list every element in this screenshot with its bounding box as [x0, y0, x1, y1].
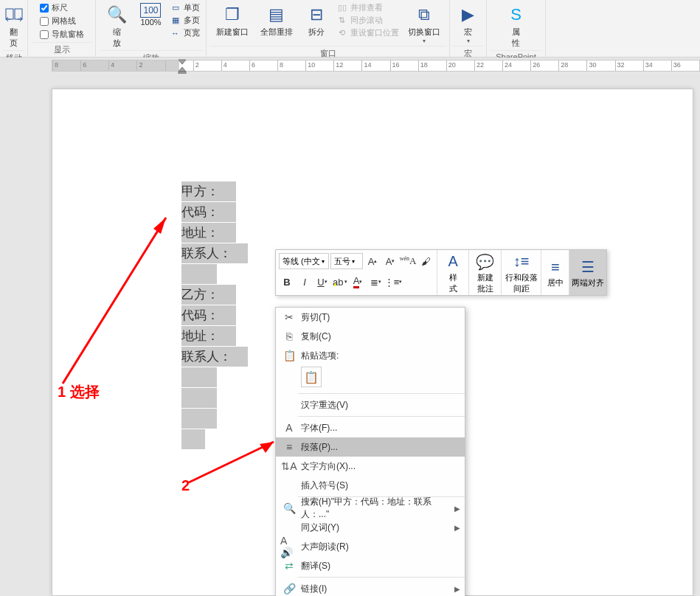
sharepoint-icon: S	[505, 3, 528, 27]
page-width-icon: ↔	[170, 28, 181, 38]
center-align-button[interactable]: ≡ 居中	[541, 250, 569, 295]
reset-window-button: ⟲重设窗口位置	[336, 27, 401, 39]
menu-separator	[298, 393, 465, 394]
line-spacing-button[interactable]: ↕≡ 行和段落 间距	[501, 250, 541, 295]
text-direction-icon: ⇅A	[280, 460, 298, 472]
copy-label: 复制(C)	[298, 330, 460, 343]
font-family-select[interactable]: 等线 (中文▾	[279, 253, 329, 269]
link-label: 链接(I)	[298, 583, 454, 595]
page-width-button[interactable]: ↔页宽	[169, 27, 201, 39]
properties-button[interactable]: S 属 性	[500, 1, 533, 50]
selected-text[interactable]: 代码：	[181, 305, 236, 325]
justify-icon: ☰	[581, 257, 595, 277]
selected-text[interactable]	[181, 367, 217, 387]
switch-windows-button[interactable]: ⧉ 切换窗口 ▾	[403, 1, 445, 46]
paragraph-menu-item[interactable]: ≡ 段落(P)...	[276, 437, 465, 457]
phonetic-guide-button[interactable]: wénA	[400, 253, 416, 269]
new-comment-button[interactable]: 💬 新建 批注	[468, 250, 500, 295]
read-aloud-menu-item[interactable]: A🔊 大声朗读(R)	[276, 537, 465, 556]
flip-page-button[interactable]: 翻 页	[0, 1, 30, 50]
new-window-icon: ❐	[221, 3, 244, 27]
reset-window-icon: ⟲	[337, 28, 347, 38]
synonyms-label: 同义词(Y)	[298, 522, 454, 534]
mini-toolbar: 等线 (中文▾ 五号▾ A▴ A▾ wénA 🖌 B I U▾ ab▾ A▾ ≣…	[275, 249, 607, 296]
selected-text[interactable]: 地址：	[181, 326, 236, 346]
selected-text[interactable]: 乙方：	[181, 285, 236, 305]
macro-label: 宏	[464, 27, 472, 38]
indent-marker-icon[interactable]	[178, 58, 187, 74]
new-comment-label: 新建 批注	[477, 272, 493, 294]
bold-button[interactable]: B	[279, 274, 295, 290]
navpane-checkbox[interactable]: 导航窗格	[38, 28, 86, 41]
zoom-100-button[interactable]: 100 100%	[136, 1, 165, 28]
menu-separator	[298, 577, 465, 578]
insert-symbol-menu-item[interactable]: 插入符号(S)	[276, 476, 465, 495]
macro-button[interactable]: ▶ 宏 ▾	[452, 1, 485, 46]
sync-scroll-icon: ⇅	[337, 15, 347, 26]
properties-label: 属 性	[512, 27, 520, 49]
ruler-checkbox[interactable]: 标尺	[38, 1, 86, 14]
bullets-button[interactable]: ≣▾	[367, 274, 384, 290]
cut-menu-item[interactable]: ✂ 剪切(T)	[276, 308, 465, 327]
selected-text[interactable]: 联系人：	[181, 243, 248, 263]
synonyms-menu-item[interactable]: 同义词(Y) ▶	[276, 518, 465, 537]
single-page-button[interactable]: ▭单页	[169, 1, 201, 14]
cut-icon: ✂	[280, 311, 298, 323]
comment-icon: 💬	[476, 252, 494, 272]
document-content: 甲方： 代码： 地址： 联系人： 乙方： 代码： 地址： 联系人：	[181, 181, 248, 450]
font-icon: A	[280, 422, 298, 434]
context-menu: ✂ 剪切(T) ⎘ 复制(C) 📋 粘贴选项: 📋 汉字重选(V) A 字体(F…	[275, 307, 465, 596]
link-menu-item[interactable]: 🔗 链接(I) ▶	[276, 579, 465, 596]
text-direction-label: 文字方向(X)...	[298, 460, 460, 473]
ribbon-group-macro: ▶ 宏 ▾ 宏	[450, 0, 487, 57]
numbering-button[interactable]: ⋮≡▾	[385, 274, 401, 290]
hanzi-reselect-label: 汉字重选(V)	[298, 399, 460, 412]
selected-text[interactable]	[181, 388, 217, 408]
group-label-show: 显示	[31, 42, 92, 57]
arrange-all-button[interactable]: ▤ 全部重排	[256, 1, 297, 39]
split-button[interactable]: ⊟ 拆分	[300, 1, 333, 39]
page-width-label: 页宽	[184, 27, 200, 38]
styles-button[interactable]: A 样 式	[437, 250, 468, 295]
increase-font-button[interactable]: A▴	[364, 253, 381, 269]
sync-scroll-label: 同步滚动	[350, 15, 383, 26]
hanzi-reselect-menu-item[interactable]: 汉字重选(V)	[276, 395, 465, 415]
horizontal-ruler[interactable]: 864224681012141618202224262830323436	[52, 60, 700, 72]
link-icon: 🔗	[280, 583, 298, 595]
gridlines-checkbox[interactable]: 网格线	[38, 15, 86, 27]
zoom-button[interactable]: 🔍 缩 放	[100, 1, 133, 50]
switch-windows-icon: ⧉	[412, 3, 436, 27]
decrease-font-button[interactable]: A▾	[382, 253, 398, 269]
underline-button[interactable]: U▾	[314, 274, 330, 290]
font-size-select[interactable]: 五号▾	[330, 253, 363, 269]
font-label: 字体(F)...	[298, 422, 460, 434]
reset-window-label: 重设窗口位置	[350, 27, 399, 38]
text-direction-menu-item[interactable]: ⇅A 文字方向(X)...	[276, 457, 465, 476]
italic-button[interactable]: I	[297, 274, 313, 290]
font-color-button[interactable]: A▾	[350, 274, 366, 290]
font-menu-item[interactable]: A 字体(F)...	[276, 418, 465, 437]
copy-icon: ⎘	[280, 330, 298, 342]
selected-text[interactable]	[181, 409, 217, 429]
split-icon: ⊟	[305, 3, 328, 27]
cut-label: 剪切(T)	[298, 311, 460, 324]
translate-menu-item[interactable]: ⇄ 翻译(S)	[276, 556, 465, 575]
selected-text[interactable]	[181, 429, 205, 449]
paste-keep-formatting-button[interactable]: 📋	[301, 367, 322, 387]
copy-menu-item[interactable]: ⎘ 复制(C)	[276, 327, 465, 346]
selected-text[interactable]: 代码：	[181, 202, 236, 222]
translate-label: 翻译(S)	[298, 560, 460, 572]
selected-text[interactable]: 地址：	[181, 223, 236, 243]
format-painter-button[interactable]: 🖌	[417, 253, 434, 269]
selected-text[interactable]	[181, 264, 217, 284]
center-align-icon: ≡	[551, 257, 560, 277]
selected-text[interactable]: 甲方：	[181, 181, 236, 201]
justify-button[interactable]: ☰ 两端对齐	[569, 250, 606, 295]
search-menu-item[interactable]: 🔍 搜索(H)"甲方：代码：地址：联系人：..." ▶	[276, 499, 465, 518]
split-label: 拆分	[308, 27, 325, 38]
zoom-label: 缩 放	[113, 27, 121, 49]
highlight-button[interactable]: ab▾	[332, 274, 348, 290]
selected-text[interactable]: 联系人：	[181, 347, 248, 367]
new-window-button[interactable]: ❐ 新建窗口	[212, 1, 253, 39]
multi-page-button[interactable]: ▦多页	[169, 14, 201, 27]
